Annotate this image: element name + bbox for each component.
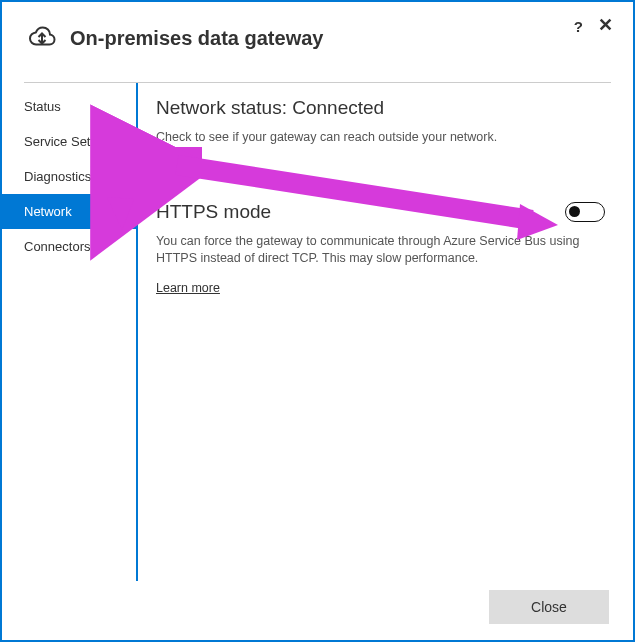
sidebar-item-diagnostics[interactable]: Diagnostics bbox=[2, 159, 136, 194]
https-mode-toggle[interactable] bbox=[565, 202, 605, 222]
sidebar-item-network[interactable]: Network bbox=[2, 194, 136, 229]
sidebar: Status Service Settings Diagnostics Netw… bbox=[2, 83, 138, 581]
https-mode-heading: HTTPS mode bbox=[156, 201, 271, 223]
learn-more-link[interactable]: Learn more bbox=[156, 281, 220, 295]
sidebar-item-label: Connectors bbox=[24, 239, 90, 254]
sidebar-item-service-settings[interactable]: Service Settings bbox=[2, 124, 136, 159]
sidebar-item-status[interactable]: Status bbox=[2, 89, 136, 124]
help-icon[interactable]: ? bbox=[574, 18, 583, 35]
check-now-link[interactable]: Check now bbox=[156, 160, 218, 174]
window-header: On-premises data gateway ? ✕ bbox=[2, 2, 633, 64]
https-mode-section: HTTPS mode You can force the gateway to … bbox=[156, 201, 605, 296]
content-panel: Network status: Connected Check to see i… bbox=[138, 83, 633, 581]
sidebar-item-label: Network bbox=[24, 204, 72, 219]
network-status-heading: Network status: Connected bbox=[156, 97, 605, 119]
window-title: On-premises data gateway bbox=[70, 27, 323, 50]
main-area: Status Service Settings Diagnostics Netw… bbox=[2, 83, 633, 581]
footer: Close bbox=[489, 590, 609, 624]
sidebar-item-label: Diagnostics bbox=[24, 169, 91, 184]
window-close-icon[interactable]: ✕ bbox=[598, 14, 613, 36]
cloud-gateway-icon bbox=[26, 22, 58, 54]
sidebar-item-label: Service Settings bbox=[24, 134, 118, 149]
https-mode-description: You can force the gateway to communicate… bbox=[156, 233, 605, 268]
sidebar-item-label: Status bbox=[24, 99, 61, 114]
sidebar-item-connectors[interactable]: Connectors bbox=[2, 229, 136, 264]
network-status-description: Check to see if your gateway can reach o… bbox=[156, 129, 605, 147]
close-button[interactable]: Close bbox=[489, 590, 609, 624]
toggle-knob bbox=[569, 206, 580, 217]
